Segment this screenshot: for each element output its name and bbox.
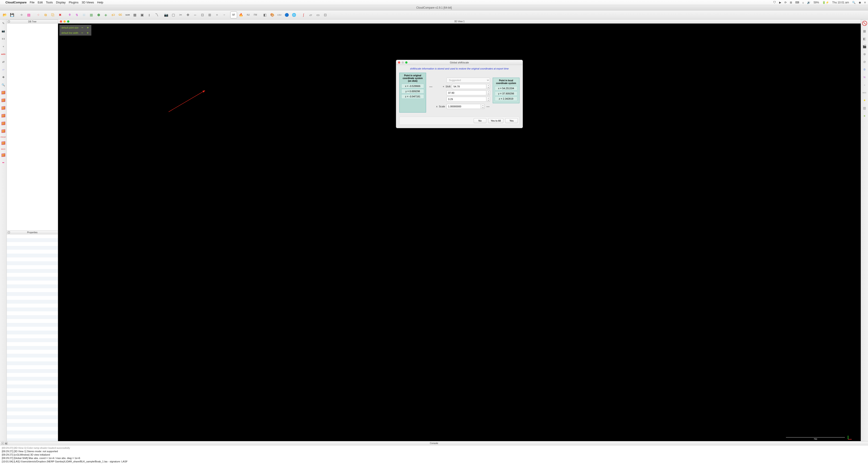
yes-to-all-button[interactable]: Yes to All bbox=[488, 118, 503, 123]
fit-icon[interactable]: ⊡ bbox=[199, 11, 206, 18]
r-tool-8-icon[interactable]: ▫ bbox=[862, 82, 867, 88]
console-header-icons[interactable]: ×◐ bbox=[1, 442, 8, 445]
box-tool-icon[interactable]: ⊡ bbox=[322, 11, 329, 18]
menu-file[interactable]: File bbox=[30, 1, 34, 4]
sf-icon[interactable]: SF bbox=[230, 11, 237, 18]
palette-icon[interactable]: 🎨 bbox=[269, 11, 276, 18]
console-body[interactable]: [09:29:27] [3D View 1] Color ramp shader… bbox=[0, 445, 868, 466]
no-button[interactable]: No bbox=[474, 118, 486, 123]
pencil-icon[interactable]: ✎ bbox=[1, 21, 6, 26]
view-iso1-icon[interactable] bbox=[1, 129, 6, 134]
csv-icon[interactable]: CSV bbox=[276, 11, 283, 18]
plus-icon[interactable]: ＋ bbox=[214, 11, 220, 18]
properties-panel[interactable] bbox=[7, 234, 58, 441]
keyboard-icon[interactable]: ⌨ bbox=[795, 1, 799, 4]
kd-icon[interactable]: Kd bbox=[245, 11, 252, 18]
surface-icon[interactable]: ▱ bbox=[307, 11, 314, 18]
view3d-traffic-lights[interactable] bbox=[60, 21, 69, 23]
siri-icon[interactable]: ◉ bbox=[859, 1, 861, 4]
menu-plugins[interactable]: Plugins bbox=[69, 1, 79, 4]
wifi-icon[interactable]: ⏚ bbox=[802, 1, 804, 4]
sample-points-icon[interactable]: ⁘ bbox=[35, 11, 42, 18]
scale-input[interactable] bbox=[446, 104, 481, 109]
stats-icon[interactable]: 〽 bbox=[153, 11, 160, 18]
shield-icon[interactable]: ⛉ bbox=[773, 1, 776, 4]
minus-icon[interactable]: － bbox=[221, 11, 227, 18]
colorwheel-icon[interactable]: 🔵 bbox=[283, 11, 290, 18]
gradient-icon[interactable]: ◧ bbox=[261, 11, 268, 18]
view-back-icon[interactable] bbox=[1, 113, 6, 118]
view-top-icon[interactable] bbox=[1, 90, 6, 95]
view-bottom-icon[interactable] bbox=[1, 121, 6, 126]
view-iso2-icon[interactable] bbox=[1, 141, 6, 145]
plus-view-icon[interactable]: ＋ bbox=[1, 44, 6, 49]
linewidth-minus-button[interactable]: − bbox=[81, 31, 84, 35]
clone-icon[interactable]: ⿻ bbox=[50, 11, 56, 18]
fm-icon[interactable]: FM bbox=[252, 11, 259, 18]
properties-close-icon[interactable] bbox=[8, 231, 10, 233]
r-tool-sphere-icon[interactable]: ● bbox=[862, 113, 867, 118]
r-tool-1-icon[interactable]: ▦ bbox=[862, 29, 867, 34]
checkerboard-icon[interactable]: ▣ bbox=[139, 11, 146, 18]
shift-y-input[interactable] bbox=[446, 90, 486, 95]
sor-icon[interactable]: SOR bbox=[124, 11, 131, 18]
dialog-titlebar[interactable]: Global shift/scale bbox=[396, 60, 523, 65]
battery-icon[interactable]: 🔋⚡ bbox=[822, 1, 829, 4]
curve-icon[interactable]: ∫ bbox=[300, 11, 307, 18]
save-icon[interactable]: 💾 bbox=[9, 11, 16, 18]
shift-z-input[interactable] bbox=[446, 97, 486, 102]
fire-icon[interactable]: 🔥 bbox=[238, 11, 244, 18]
sync-icon[interactable]: ⟳ bbox=[784, 1, 787, 4]
menu-3dviews[interactable]: 3D Views bbox=[82, 1, 94, 4]
delete-icon[interactable]: ✖ bbox=[57, 11, 63, 18]
shift-y-spinner[interactable]: ▴▾ bbox=[487, 90, 490, 95]
normals-icon[interactable]: ⬢ bbox=[95, 11, 102, 18]
auto-button[interactable]: auto bbox=[1, 52, 6, 57]
linewidth-plus-button[interactable]: + bbox=[86, 31, 89, 35]
distance-icon[interactable]: ↔ bbox=[192, 11, 198, 18]
dbtree-close-icon[interactable] bbox=[8, 21, 10, 23]
r-tool-11-icon[interactable]: ▥ bbox=[862, 105, 867, 110]
arrows-icon[interactable]: ⇄ bbox=[1, 59, 6, 64]
shift-x-spinner[interactable]: ▴▾ bbox=[487, 84, 490, 89]
menu-edit[interactable]: Edit bbox=[38, 1, 42, 4]
translate-icon[interactable]: ✥ bbox=[184, 11, 191, 18]
yes-button[interactable]: Yes bbox=[505, 118, 518, 123]
camera-icon[interactable]: 📷 bbox=[163, 11, 169, 18]
crop-icon[interactable]: ▢ bbox=[170, 11, 177, 18]
menu-help[interactable]: Help bbox=[97, 1, 103, 4]
list-icon[interactable]: ▤ bbox=[25, 11, 32, 18]
align-icon[interactable]: ⚘ bbox=[66, 11, 73, 18]
one-to-one-button[interactable]: 1:1 bbox=[1, 36, 6, 41]
shift-x-input[interactable] bbox=[452, 84, 486, 89]
view-iso3-icon[interactable] bbox=[1, 153, 6, 158]
spotlight-icon[interactable]: 🔍 bbox=[852, 1, 856, 4]
flickr-icon[interactable]: •• bbox=[1, 160, 6, 165]
scale-spinner[interactable]: ▴▾ bbox=[482, 104, 485, 109]
filter-icon[interactable]: ▩ bbox=[131, 11, 138, 18]
clock[interactable]: Thu 10:01 am bbox=[832, 1, 849, 4]
battery-percent[interactable]: 59% bbox=[814, 1, 819, 4]
shift-z-spinner[interactable]: ▴▾ bbox=[487, 97, 490, 102]
subsample-icon[interactable]: ∷ bbox=[81, 11, 88, 18]
register-icon[interactable]: ↯ bbox=[73, 11, 80, 18]
merge-icon[interactable]: ⧉ bbox=[42, 11, 49, 18]
r-tool-movie-icon[interactable]: 🎬 bbox=[862, 44, 867, 49]
view3d-viewport[interactable]: default point size − + default line widt… bbox=[58, 24, 861, 441]
r-tool-n-icon[interactable]: N bbox=[862, 75, 867, 80]
label-icon[interactable]: 🏷 bbox=[110, 11, 117, 18]
menu-tools[interactable]: Tools bbox=[46, 1, 53, 4]
menu-display[interactable]: Display bbox=[56, 1, 66, 4]
app-name[interactable]: CloudCompare bbox=[5, 1, 27, 4]
view-side-icon[interactable] bbox=[1, 105, 6, 110]
notifications-icon[interactable]: ≡ bbox=[864, 1, 866, 4]
r-tool-compass-icon[interactable]: ⊘ bbox=[862, 59, 867, 64]
open-file-icon[interactable]: 📂 bbox=[1, 11, 8, 18]
perspective-icon[interactable]: ▱ bbox=[1, 67, 6, 72]
disabled-icon[interactable] bbox=[862, 21, 867, 26]
shift-mode-select[interactable]: Suggested bbox=[446, 78, 490, 82]
pointsize-plus-button[interactable]: + bbox=[86, 26, 89, 29]
mesh-icon[interactable]: ▦ bbox=[88, 11, 95, 18]
magnify-icon[interactable]: 🔍 bbox=[1, 82, 6, 88]
r-tool-2-icon[interactable]: ◧ bbox=[862, 36, 867, 41]
